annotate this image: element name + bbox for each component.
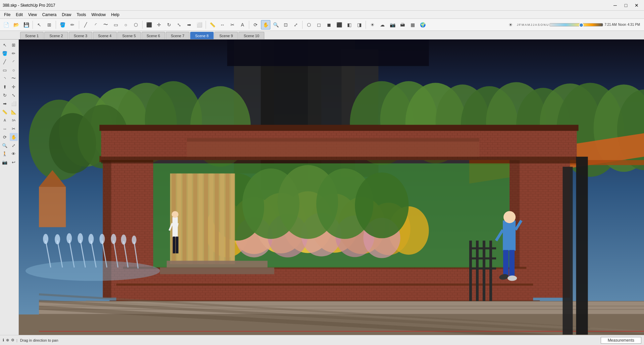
location-icon[interactable]: ⊕	[6, 338, 9, 342]
scale-tool[interactable]: ⤡	[10, 91, 18, 99]
toolbar-orbit[interactable]: ⟳	[251, 20, 260, 29]
paint-tool[interactable]: 🪣	[1, 49, 9, 57]
component-tool[interactable]: ⊞	[10, 41, 18, 49]
toolbar-circle[interactable]: ○	[121, 20, 130, 29]
drag-instruction: Drag in direction to pan	[20, 338, 598, 342]
circle-tool[interactable]: ○	[10, 66, 18, 74]
toolbar-text[interactable]: A	[238, 20, 247, 29]
toolbar-geo[interactable]: 🌍	[418, 20, 427, 29]
toolbar-view2[interactable]: ◻	[314, 20, 324, 29]
sun-settings-btn[interactable]: ☀	[506, 20, 515, 29]
toolbar-sectfill[interactable]: ▦	[408, 20, 417, 29]
scene-tab-10[interactable]: Scene 10	[238, 32, 264, 39]
erase-tool[interactable]: ✏	[10, 49, 18, 57]
zoom-tool[interactable]: 🔍	[1, 141, 9, 149]
menu-item-file[interactable]: File	[1, 12, 13, 18]
toolbar-component[interactable]: ⊞	[45, 20, 54, 29]
scene-tab-7[interactable]: Scene 7	[166, 32, 189, 39]
toolbar-zoomwindow[interactable]: ⊡	[281, 20, 290, 29]
toolbar-arc[interactable]: ◜	[91, 20, 100, 29]
toolbar-view6[interactable]: ◨	[355, 20, 364, 29]
rect-tool[interactable]: ▭	[1, 66, 9, 74]
toolbar-new[interactable]: 📄	[1, 20, 11, 29]
toolbar-view3[interactable]: ◼	[324, 20, 334, 29]
toolbar-open[interactable]: 📂	[11, 20, 21, 29]
info-icon[interactable]: ℹ	[3, 338, 4, 342]
toolbar-polygon[interactable]: ⬡	[131, 20, 141, 29]
toolbar-move[interactable]: ✛	[154, 20, 164, 29]
sep6	[249, 21, 249, 29]
select-tool[interactable]: ↖	[1, 41, 9, 49]
toolbar-scale[interactable]: ⤡	[174, 20, 184, 29]
menu-item-tools[interactable]: Tools	[74, 12, 89, 18]
toolbar-view5[interactable]: ◧	[344, 20, 354, 29]
maximize-button[interactable]: □	[621, 2, 631, 9]
followme-tool[interactable]: ➡	[1, 99, 9, 108]
toolbar-section[interactable]: ✂	[228, 20, 237, 29]
toolbar-rect[interactable]: ▭	[111, 20, 120, 29]
offset-tool[interactable]: ⬜	[10, 99, 18, 108]
close-button[interactable]: ✕	[632, 2, 641, 9]
freehand-tool[interactable]: 〜	[10, 74, 18, 82]
menu-item-camera[interactable]: Camera	[40, 12, 59, 18]
viewport[interactable]: Two Point Perspective	[19, 40, 644, 335]
scene-tab-4[interactable]: Scene 4	[93, 32, 116, 39]
position-cam[interactable]: 📷	[1, 158, 9, 166]
arc2-tool[interactable]: ◝	[1, 74, 9, 82]
walk-tool[interactable]: 🚶	[1, 150, 9, 158]
menu-item-window[interactable]: Window	[89, 12, 109, 18]
scene-tab-3[interactable]: Scene 3	[69, 32, 92, 39]
toolbar-match[interactable]: 📷	[388, 20, 397, 29]
tape-tool[interactable]: 📏	[1, 108, 9, 116]
settings-icon[interactable]: ⚙	[11, 338, 14, 342]
menu-item-help[interactable]: Help	[108, 12, 122, 18]
line-tool[interactable]: ╱	[1, 58, 9, 66]
toolbar-line[interactable]: ╱	[81, 20, 90, 29]
scene-tab-5[interactable]: Scene 5	[117, 32, 141, 39]
orbit-tool[interactable]: ⟳	[1, 133, 9, 141]
rotate-tool[interactable]: ↻	[1, 91, 9, 99]
scene-tab-9[interactable]: Scene 9	[214, 32, 238, 39]
sep3	[79, 21, 79, 29]
toolbar-dim[interactable]: ↔	[218, 20, 227, 29]
pan-tool active[interactable]: ✋	[10, 133, 18, 141]
look-tool[interactable]: 👁	[10, 150, 18, 158]
pushpull-tool[interactable]: ⬆	[1, 83, 9, 91]
menu-item-draw[interactable]: Draw	[59, 12, 74, 18]
sun-slider[interactable]	[549, 23, 603, 26]
3dtext-tool[interactable]: 3A	[10, 116, 18, 124]
toolbar-offset[interactable]: ⬜	[195, 20, 204, 29]
toolbar-eraser[interactable]: ✏	[68, 20, 77, 29]
toolbar-fog[interactable]: ☁	[378, 20, 387, 29]
toolbar-zoom[interactable]: 🔍	[271, 20, 280, 29]
text-tool[interactable]: A	[1, 116, 9, 124]
scene-tab-2[interactable]: Scene 2	[44, 32, 68, 39]
zoomext-tool[interactable]: ⤢	[10, 141, 18, 149]
scene-tab-8[interactable]: Scene 8	[190, 32, 214, 39]
proto-tool[interactable]: 📐	[10, 108, 18, 116]
minimize-button[interactable]: ─	[610, 2, 620, 9]
menu-item-view[interactable]: View	[25, 12, 40, 18]
toolbar-view1[interactable]: ⬡	[304, 20, 314, 29]
toolbar-followme[interactable]: ➡	[184, 20, 194, 29]
toolbar-save[interactable]: 💾	[21, 20, 31, 29]
section-tool[interactable]: ✂	[10, 125, 18, 133]
dim-tool[interactable]: ↔	[1, 125, 9, 133]
toolbar-terrain[interactable]: 🏔	[398, 20, 407, 29]
arc-tool[interactable]: ◜	[10, 58, 18, 66]
turn-tool[interactable]: ↩	[10, 158, 18, 166]
toolbar-tape[interactable]: 📏	[208, 20, 217, 29]
toolbar-freehand[interactable]: 〜	[101, 20, 110, 29]
move-tool[interactable]: ✛	[10, 83, 18, 91]
toolbar-pan[interactable]: ✋	[261, 20, 270, 29]
scene-tab-1[interactable]: Scene 1	[20, 32, 44, 39]
toolbar-paint[interactable]: 🪣	[58, 20, 67, 29]
scene-tab-6[interactable]: Scene 6	[142, 32, 165, 39]
toolbar-view4[interactable]: ⬛	[334, 20, 344, 29]
toolbar-rotate[interactable]: ↻	[164, 20, 174, 29]
toolbar-select[interactable]: ↖	[35, 20, 44, 29]
toolbar-shadows[interactable]: ☀	[368, 20, 377, 29]
toolbar-zoomextents[interactable]: ⤢	[291, 20, 301, 29]
toolbar-pushpull[interactable]: ⬛	[144, 20, 154, 29]
menu-item-edit[interactable]: Edit	[13, 12, 25, 18]
